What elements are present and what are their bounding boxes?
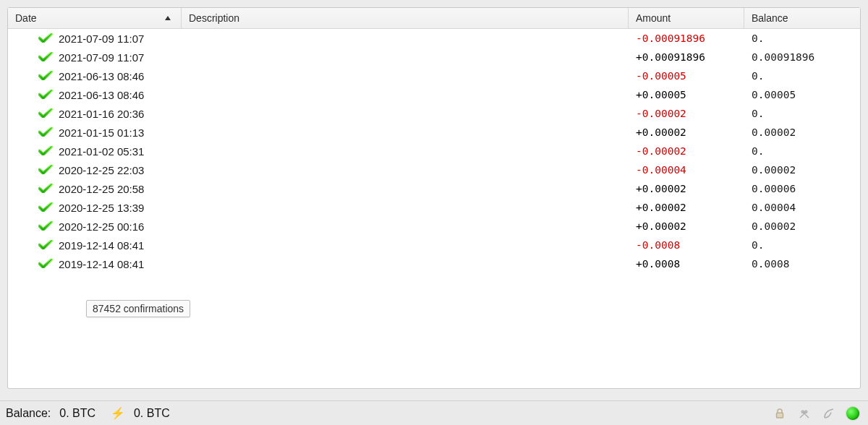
cell-balance: 0.00004 [744, 202, 860, 213]
table-body: 2021-07-09 11:07-0.000918960. 2021-07-09… [8, 29, 860, 273]
cell-amount: -0.0008 [629, 239, 744, 251]
lock-icon[interactable] [773, 406, 787, 421]
cell-balance: 0.00005 [744, 89, 860, 100]
lightning-balance-value: 0. BTC [134, 407, 170, 420]
cell-balance: 0. [744, 33, 860, 44]
cell-balance: 0.00006 [744, 183, 860, 194]
confirmed-check-icon [38, 108, 53, 119]
cell-date: 2021-01-16 20:36 [8, 108, 182, 120]
confirmed-check-icon [38, 221, 53, 231]
network-status-led[interactable] [846, 407, 859, 420]
table-row[interactable]: 2021-06-13 08:46-0.000050. [8, 66, 860, 85]
balance-value: 0. BTC [59, 407, 95, 420]
status-bar: Balance: 0. BTC ⚡ 0. BTC [0, 400, 868, 425]
cell-balance: 0. [744, 70, 860, 82]
cell-amount: +0.00002 [629, 220, 744, 232]
balance-label: Balance: [6, 407, 51, 420]
table-row[interactable]: 2021-07-09 11:07+0.000918960.00091896 [8, 48, 860, 66]
date-text: 2021-01-16 20:36 [59, 108, 144, 120]
confirmed-check-icon [38, 165, 53, 175]
date-text: 2019-12-14 08:41 [59, 258, 144, 270]
table-row[interactable]: 2019-12-14 08:41-0.00080. [8, 236, 860, 254]
table-row[interactable]: 2021-06-13 08:46+0.000050.00005 [8, 85, 860, 104]
cell-date: 2019-12-14 08:41 [8, 239, 182, 252]
cell-balance: 0.00002 [744, 164, 860, 176]
date-text: 2021-06-13 08:46 [59, 89, 144, 101]
confirmed-check-icon [38, 90, 53, 100]
cell-balance: 0. [744, 239, 860, 251]
cell-balance: 0. [744, 145, 860, 157]
table-row[interactable]: 2021-07-09 11:07-0.000918960. [8, 29, 860, 48]
table-row[interactable]: 2019-12-14 08:41+0.00080.0008 [8, 254, 860, 273]
column-header-balance[interactable]: Balance [744, 8, 860, 28]
date-text: 2019-12-14 08:41 [59, 239, 144, 252]
cell-date: 2020-12-25 22:03 [8, 164, 182, 176]
cell-balance: 0.00002 [744, 220, 860, 232]
confirmed-check-icon [38, 202, 53, 212]
seed-icon[interactable] [822, 406, 836, 421]
column-header-date[interactable]: Date [8, 8, 182, 28]
column-header-amount[interactable]: Amount [629, 8, 744, 28]
svg-rect-0 [777, 413, 783, 418]
cell-balance: 0.0008 [744, 258, 860, 270]
table-row[interactable]: 2020-12-25 22:03-0.000040.00002 [8, 160, 860, 179]
confirmed-check-icon [38, 127, 53, 137]
cell-balance: 0.00091896 [744, 51, 860, 63]
status-bar-icons [773, 406, 859, 421]
cell-amount: -0.00091896 [629, 33, 744, 44]
cell-date: 2019-12-14 08:41 [8, 258, 182, 270]
cell-balance: 0. [744, 108, 860, 119]
confirmed-check-icon [38, 71, 53, 81]
column-header-description[interactable]: Description [182, 8, 629, 28]
cell-amount: -0.00005 [629, 70, 744, 82]
cell-date: 2021-06-13 08:46 [8, 70, 182, 82]
confirmed-check-icon [38, 240, 53, 250]
cell-amount: +0.00005 [629, 89, 744, 100]
transactions-panel: Date Description Amount Balance 2021-07-… [7, 7, 861, 389]
confirmed-check-icon [38, 146, 53, 156]
date-text: 2021-01-02 05:31 [59, 145, 144, 158]
cell-date: 2021-06-13 08:46 [8, 89, 182, 101]
date-text: 2020-12-25 13:39 [59, 202, 144, 214]
confirmed-check-icon [38, 52, 53, 62]
cell-date: 2021-07-09 11:07 [8, 51, 182, 64]
cell-amount: +0.00091896 [629, 51, 744, 63]
cell-date: 2021-07-09 11:07 [8, 33, 182, 45]
cell-amount: +0.0008 [629, 258, 744, 270]
table-header: Date Description Amount Balance [8, 8, 860, 29]
table-row[interactable]: 2021-01-02 05:31-0.000020. [8, 142, 860, 160]
confirmed-check-icon [38, 184, 53, 194]
cell-date: 2020-12-25 00:16 [8, 220, 182, 233]
lightning-icon: ⚡ [111, 406, 125, 420]
svg-point-2 [801, 411, 804, 413]
cell-amount: +0.00002 [629, 183, 744, 194]
cell-amount: -0.00004 [629, 164, 744, 176]
table-row[interactable]: 2021-01-15 01:13+0.000020.00002 [8, 123, 860, 142]
table-row[interactable]: 2021-01-16 20:36-0.000020. [8, 104, 860, 123]
cell-date: 2021-01-02 05:31 [8, 145, 182, 158]
table-row[interactable]: 2020-12-25 20:58+0.000020.00006 [8, 179, 860, 198]
cell-date: 2021-01-15 01:13 [8, 126, 182, 139]
date-text: 2020-12-25 22:03 [59, 164, 144, 176]
confirmed-check-icon [38, 259, 53, 269]
date-text: 2021-01-15 01:13 [59, 126, 144, 139]
confirmations-tooltip: 87452 confirmations [86, 300, 190, 317]
cell-date: 2020-12-25 20:58 [8, 183, 182, 195]
cell-balance: 0.00002 [744, 126, 860, 138]
table-row[interactable]: 2020-12-25 13:39+0.000020.00004 [8, 198, 860, 217]
cell-amount: +0.00002 [629, 202, 744, 213]
date-text: 2021-07-09 11:07 [59, 51, 144, 64]
date-text: 2021-07-09 11:07 [59, 33, 144, 45]
date-text: 2021-06-13 08:46 [59, 70, 144, 82]
cell-amount: +0.00002 [629, 126, 744, 138]
confirmed-check-icon [38, 33, 53, 43]
tools-icon[interactable] [797, 406, 812, 421]
table-row[interactable]: 2020-12-25 00:16+0.000020.00002 [8, 217, 860, 236]
cell-amount: -0.00002 [629, 145, 744, 157]
date-text: 2020-12-25 00:16 [59, 220, 144, 233]
cell-amount: -0.00002 [629, 108, 744, 119]
date-text: 2020-12-25 20:58 [59, 183, 144, 195]
cell-date: 2020-12-25 13:39 [8, 202, 182, 214]
svg-point-1 [805, 411, 807, 413]
